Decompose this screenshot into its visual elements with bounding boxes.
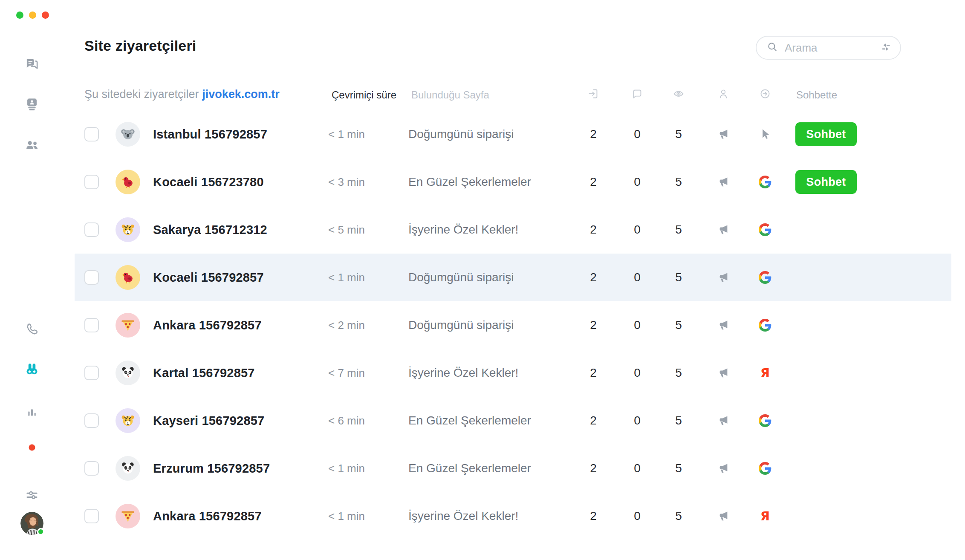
online-time-value: < 1 min — [328, 271, 365, 284]
table-row[interactable]: Istanbul 156792857 < 1 min Doğumgünü sip… — [75, 110, 951, 158]
column-in-chat: Sohbette — [796, 89, 837, 101]
cursor-source-icon — [758, 127, 772, 141]
site-link[interactable]: jivokek.com.tr — [202, 88, 280, 101]
views-count: 5 — [662, 175, 696, 189]
google-source-icon — [758, 223, 772, 237]
koala-avatar — [116, 122, 140, 147]
table-row[interactable]: Kartal 156792857 < 7 min İşyerine Özel K… — [75, 349, 951, 397]
current-page-value: En Güzel Şekerlemeler — [408, 414, 531, 427]
chats-icon[interactable] — [25, 57, 39, 71]
online-time-value: < 3 min — [328, 176, 365, 189]
phone-icon[interactable] — [25, 322, 39, 336]
chats-count: 0 — [620, 223, 654, 237]
bird-avatar — [116, 170, 140, 194]
online-time-value: < 1 min — [328, 128, 365, 141]
panda-avatar — [116, 361, 140, 385]
row-checkbox[interactable] — [84, 222, 99, 237]
eye-icon — [673, 88, 685, 100]
panda-avatar — [116, 456, 140, 481]
visits-count: 2 — [576, 462, 610, 475]
visitor-name: Ankara 156792857 — [153, 509, 262, 523]
visitor-name: Kayseri 156792857 — [153, 414, 264, 428]
table-row[interactable]: Sakarya 156712312 < 5 min İşyerine Özel … — [75, 206, 951, 254]
page-title: Site ziyaretçileri — [84, 38, 196, 54]
current-page-value: Doğumgünü siparişi — [408, 127, 514, 141]
visitor-icon — [718, 88, 729, 100]
views-count: 5 — [662, 366, 696, 380]
row-checkbox[interactable] — [84, 509, 99, 523]
binoculars-icon[interactable] — [24, 362, 40, 377]
search-box[interactable] — [756, 36, 901, 60]
megaphone-icon — [717, 223, 730, 236]
current-page-value: Doğumgünü siparişi — [408, 271, 514, 284]
sliders-icon[interactable] — [25, 488, 39, 502]
pizza-avatar — [116, 313, 140, 338]
current-page-value: En Güzel Şekerlemeler — [408, 175, 531, 189]
views-count: 5 — [662, 318, 696, 332]
chats-count: 0 — [620, 366, 654, 380]
table-row[interactable]: Erzurum 156792857 < 1 min En Güzel Şeker… — [75, 445, 951, 492]
row-checkbox[interactable] — [84, 318, 99, 332]
google-source-icon — [758, 414, 772, 427]
online-time-value: < 2 min — [328, 319, 365, 332]
user-avatar[interactable] — [20, 512, 43, 535]
chat-button[interactable]: Sohbet — [795, 122, 857, 146]
visits-count: 2 — [576, 318, 610, 332]
chats-count: 0 — [620, 127, 654, 141]
online-time-value: < 5 min — [328, 223, 365, 237]
chats-count: 0 — [620, 462, 654, 475]
google-source-icon — [758, 271, 772, 284]
online-time-value: < 6 min — [328, 414, 365, 427]
subtitle-text: Şu sitedeki ziyaretçiler — [84, 88, 199, 101]
notification-dot[interactable] — [29, 445, 35, 451]
table-row[interactable]: Kocaeli 156723780 < 3 min En Güzel Şeker… — [75, 158, 951, 206]
visits-count: 2 — [576, 509, 610, 523]
visitors-subtitle: Şu sitedeki ziyaretçiler jivokek.com.tr — [84, 88, 280, 101]
row-checkbox[interactable] — [84, 461, 99, 476]
table-row[interactable]: Ankara 156792857 < 2 min Doğumgünü sipar… — [75, 301, 951, 349]
table-row[interactable]: Kocaeli 156792857 < 1 min Doğumgünü sipa… — [75, 254, 951, 301]
app-window: Site ziyaretçileri Şu sitedeki ziyaretçi… — [0, 0, 965, 560]
chats-count: 0 — [620, 318, 654, 332]
row-checkbox[interactable] — [84, 366, 99, 380]
google-source-icon — [758, 318, 772, 332]
views-count: 5 — [662, 127, 696, 141]
online-time-value: < 7 min — [328, 367, 365, 380]
chats-count: 0 — [620, 175, 654, 189]
column-current-page: Bulunduğu Sayfa — [411, 89, 489, 101]
visits-count: 2 — [576, 414, 610, 427]
views-count: 5 — [662, 414, 696, 427]
visits-count: 2 — [576, 175, 610, 189]
filter-icon[interactable] — [880, 41, 892, 55]
megaphone-icon — [717, 414, 730, 427]
megaphone-icon — [717, 271, 730, 284]
chat-button[interactable]: Sohbet — [795, 170, 857, 194]
visitor-name: Istanbul 156792857 — [153, 127, 267, 141]
row-checkbox[interactable] — [84, 127, 99, 141]
current-page-value: Doğumgünü siparişi — [408, 318, 514, 332]
views-count: 5 — [662, 462, 696, 475]
table-row[interactable]: Kayseri 156792857 < 6 min En Güzel Şeker… — [75, 397, 951, 445]
visitor-name: Kocaeli 156723780 — [153, 175, 264, 189]
visits-count: 2 — [576, 223, 610, 237]
visitor-rows: Istanbul 156792857 < 1 min Doğumgünü sip… — [75, 110, 951, 540]
tiger-avatar — [116, 217, 140, 242]
visits-count: 2 — [576, 366, 610, 380]
visitor-name: Kocaeli 156792857 — [153, 271, 264, 285]
row-checkbox[interactable] — [84, 270, 99, 285]
views-count: 5 — [662, 223, 696, 237]
row-checkbox[interactable] — [84, 413, 99, 428]
chats-count: 0 — [620, 271, 654, 284]
current-page-value: En Güzel Şekerlemeler — [408, 462, 531, 475]
bar-chart-icon[interactable] — [26, 406, 38, 419]
search-input[interactable] — [785, 41, 880, 55]
row-checkbox[interactable] — [84, 175, 99, 189]
people-icon[interactable] — [25, 138, 39, 153]
visitor-name: Erzurum 156792857 — [153, 462, 270, 476]
chats-count: 0 — [620, 414, 654, 427]
table-row[interactable]: Ankara 156792857 < 1 min İşyerine Özel K… — [75, 492, 951, 540]
megaphone-icon — [717, 176, 730, 188]
views-count: 5 — [662, 509, 696, 523]
redirect-icon — [760, 88, 771, 100]
search-icon — [767, 41, 778, 54]
